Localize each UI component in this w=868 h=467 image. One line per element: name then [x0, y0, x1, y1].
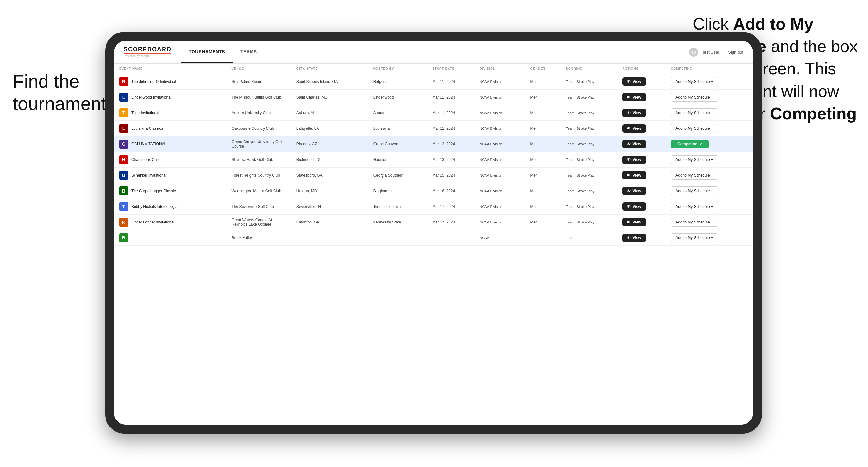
- nav-tab-tournaments[interactable]: TOURNAMENTS: [181, 41, 233, 63]
- venue-cell: Brook Valley: [228, 230, 292, 246]
- col-actions: ACTIONS: [618, 64, 667, 74]
- competing-button[interactable]: Competing ✓: [671, 140, 709, 148]
- table-row: T Tiger Invitational Auburn University C…: [114, 105, 753, 121]
- view-icon: 👁: [627, 126, 630, 131]
- view-button[interactable]: 👁 View: [622, 203, 646, 211]
- city-state-cell: Urbana, MD: [292, 183, 369, 199]
- start-date-cell: [428, 230, 475, 246]
- scoring-cell: Team, Stroke Play: [562, 152, 618, 168]
- division-cell: NCAA Division I: [475, 152, 526, 168]
- add-schedule-label: Add to My Schedule: [676, 80, 710, 84]
- actions-cell: 👁 View: [618, 74, 667, 90]
- add-schedule-button[interactable]: Add to My Schedule +: [671, 202, 718, 211]
- scoring-cell: Team, Stroke Play: [562, 168, 618, 183]
- add-schedule-button[interactable]: Add to My Schedule +: [671, 155, 718, 164]
- nav-tab-teams[interactable]: TEAMS: [233, 41, 265, 63]
- division-cell: NCAA: [475, 230, 526, 246]
- gender-cell: Men: [526, 136, 562, 152]
- left-annotation: Find the tournament.: [13, 70, 115, 115]
- view-icon: 👁: [627, 111, 630, 115]
- view-label: View: [632, 111, 641, 115]
- actions-cell: 👁 View: [618, 230, 667, 246]
- actions-cell: 👁 View: [618, 168, 667, 183]
- hosted-by-cell: Binghamton: [369, 183, 429, 199]
- add-schedule-button[interactable]: Add to My Schedule +: [671, 108, 718, 117]
- add-schedule-button[interactable]: Add to My Schedule +: [671, 77, 718, 86]
- view-button[interactable]: 👁 View: [622, 124, 646, 133]
- scoring-cell: Team, Stroke Play: [562, 215, 618, 230]
- scoring-cell: Team, Stroke Play: [562, 183, 618, 199]
- plus-icon: +: [711, 80, 713, 84]
- add-schedule-button[interactable]: Add to My Schedule +: [671, 124, 718, 133]
- logo-area: SCOREBOARD Powered by clippd: [124, 46, 172, 58]
- venue-cell: Oakbourne Country Club: [228, 121, 292, 136]
- add-schedule-label: Add to My Schedule: [676, 220, 710, 224]
- view-button[interactable]: 👁 View: [622, 171, 646, 180]
- add-schedule-button[interactable]: Add to My Schedule +: [671, 93, 718, 102]
- plus-icon: +: [711, 95, 713, 99]
- competing-cell: Add to My Schedule +: [667, 105, 753, 121]
- view-icon: 👁: [627, 80, 630, 84]
- col-city-state: CITY, STATE: [292, 64, 369, 74]
- venue-cell: Shadow Hawk Golf Club: [228, 152, 292, 168]
- view-label: View: [632, 236, 641, 240]
- add-schedule-label: Add to My Schedule: [676, 126, 710, 131]
- competing-cell: Add to My Schedule +: [667, 152, 753, 168]
- view-button[interactable]: 👁 View: [622, 140, 646, 148]
- table-header: EVENT NAME VENUE CITY, STATE HOSTED BY S…: [114, 64, 753, 74]
- event-name: GCU INVITATIONAL: [131, 142, 166, 146]
- hosted-by-cell: [369, 230, 429, 246]
- add-schedule-button[interactable]: Add to My Schedule +: [671, 234, 718, 242]
- header-right: TU Test User | Sign out: [689, 48, 743, 57]
- gender-cell: Men: [526, 152, 562, 168]
- sign-out-link[interactable]: Sign out: [728, 50, 743, 55]
- view-label: View: [632, 126, 641, 131]
- plus-icon: +: [711, 126, 713, 131]
- view-button[interactable]: 👁 View: [622, 93, 646, 101]
- view-button[interactable]: 👁 View: [622, 77, 646, 86]
- view-icon: 👁: [627, 204, 630, 209]
- view-button[interactable]: 👁 View: [622, 218, 646, 226]
- event-name-cell: G GCU INVITATIONAL: [114, 136, 228, 152]
- separator: |: [723, 50, 724, 55]
- plus-icon: +: [711, 236, 713, 240]
- city-state-cell: Auburn, AL: [292, 105, 369, 121]
- view-button[interactable]: 👁 View: [622, 109, 646, 117]
- view-label: View: [632, 142, 641, 146]
- view-button[interactable]: 👁 View: [622, 156, 646, 164]
- start-date-cell: Mar 11, 2024: [428, 105, 475, 121]
- view-icon: 👁: [627, 189, 630, 193]
- add-schedule-button[interactable]: Add to My Schedule +: [671, 171, 718, 180]
- add-schedule-button[interactable]: Add to My Schedule +: [671, 186, 718, 195]
- city-state-cell: Eatonton, GA: [292, 215, 369, 230]
- city-state-cell: Sevierville, TN: [292, 199, 369, 215]
- venue-cell: Sea Palms Resort: [228, 74, 292, 90]
- tablet-device: SCOREBOARD Powered by clippd TOURNAMENTS…: [105, 32, 762, 434]
- view-button[interactable]: 👁 View: [622, 187, 646, 195]
- plus-icon: +: [711, 111, 713, 115]
- city-state-cell: Saint Simons Island, GA: [292, 74, 369, 90]
- gender-cell: Men: [526, 183, 562, 199]
- event-name: Tiger Invitational: [131, 111, 159, 115]
- event-name: Linger Longer Invitational: [131, 220, 174, 224]
- gender-cell: Men: [526, 90, 562, 105]
- actions-cell: 👁 View: [618, 215, 667, 230]
- venue-cell: Great Waters Course At Reynolds Lake Oco…: [228, 215, 292, 230]
- venue-cell: Worthington Manor Golf Club: [228, 183, 292, 199]
- event-name: The Johnnie - O Individual: [131, 80, 176, 84]
- add-schedule-button[interactable]: Add to My Schedule +: [671, 218, 718, 227]
- user-avatar: TU: [689, 48, 698, 57]
- logo-brand: SCOREBOARD: [124, 46, 172, 54]
- hosted-by-cell: Louisiana: [369, 121, 429, 136]
- event-name-cell: B: [114, 230, 228, 246]
- hosted-by-cell: Tennessee Tech: [369, 199, 429, 215]
- gender-cell: Men: [526, 121, 562, 136]
- col-start-date: START DATE: [428, 64, 475, 74]
- scoring-cell: Team, Stroke Play: [562, 90, 618, 105]
- view-button[interactable]: 👁 View: [622, 234, 646, 242]
- event-name-cell: R The Johnnie - O Individual: [114, 74, 228, 90]
- competing-cell: Add to My Schedule +: [667, 199, 753, 215]
- city-state-cell: Saint Charles, MO: [292, 90, 369, 105]
- table-row: G GCU INVITATIONAL Grand Canyon Universi…: [114, 136, 753, 152]
- event-name: Schenkel Invitational: [131, 173, 166, 178]
